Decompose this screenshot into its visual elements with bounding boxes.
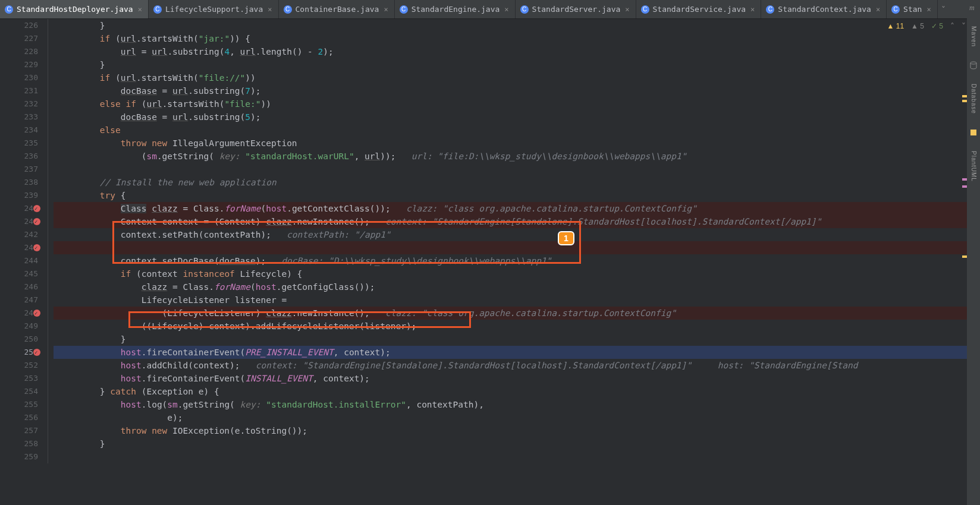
close-tab-icon[interactable]: × xyxy=(138,5,142,14)
tabs-overflow-icon[interactable]: ˅ xyxy=(938,0,949,18)
line-number[interactable]: 253 xyxy=(0,372,44,385)
line-number[interactable]: 245 xyxy=(0,267,44,280)
code-line[interactable]: if (url.startsWith("file://")) xyxy=(54,71,980,84)
code-line[interactable]: e); xyxy=(54,411,980,424)
line-number[interactable]: 235 xyxy=(0,137,44,150)
line-number[interactable]: 227 xyxy=(0,32,44,45)
fold-marker[interactable] xyxy=(44,254,54,267)
fold-marker[interactable] xyxy=(44,333,54,346)
line-number[interactable]: 252 xyxy=(0,359,44,372)
line-number[interactable]: 256 xyxy=(0,411,44,424)
code-area[interactable]: } if (url.startsWith("jar:")) { url = ur… xyxy=(54,19,980,505)
prev-highlight-icon[interactable]: ˄ xyxy=(950,21,954,31)
tool-maven[interactable]: Maven xyxy=(970,26,977,47)
close-tab-icon[interactable]: × xyxy=(926,5,931,14)
fold-marker[interactable] xyxy=(44,84,54,97)
close-tab-icon[interactable]: × xyxy=(876,5,880,14)
line-number[interactable]: 248 xyxy=(0,307,44,320)
line-number[interactable]: 254 xyxy=(0,385,44,398)
code-line[interactable]: (sm.getString( key: "standardHost.warURL… xyxy=(54,150,980,163)
tool-database[interactable]: Database xyxy=(970,84,977,114)
line-number[interactable]: 250 xyxy=(0,333,44,346)
line-number[interactable]: 236 xyxy=(0,150,44,163)
file-tab[interactable]: CStandardService.java× xyxy=(636,0,762,18)
close-tab-icon[interactable]: × xyxy=(268,5,272,14)
inspection-summary[interactable]: ▲ 11 ▲ 5 ✓ 5 ˄ ˅ xyxy=(887,21,966,31)
code-line[interactable]: throw new IllegalArgumentException xyxy=(54,137,980,150)
code-line[interactable]: } xyxy=(54,333,980,346)
line-number[interactable]: 234 xyxy=(0,124,44,137)
code-line[interactable]: throw new IOException(e.toString()); xyxy=(54,424,980,437)
fold-marker[interactable] xyxy=(44,215,54,228)
fold-marker[interactable] xyxy=(44,137,54,150)
line-number[interactable]: 242 xyxy=(0,228,44,241)
fold-marker[interactable] xyxy=(44,58,54,71)
line-number[interactable]: 239 xyxy=(0,189,44,202)
code-line[interactable]: (LifecycleListener) clazz.newInstance();… xyxy=(54,307,980,320)
code-line[interactable] xyxy=(54,241,980,254)
close-tab-icon[interactable]: × xyxy=(504,5,508,14)
error-stripe[interactable] xyxy=(962,185,967,188)
fold-marker[interactable] xyxy=(44,176,54,189)
file-tab[interactable]: CLifecycleSupport.java× xyxy=(149,0,279,18)
code-line[interactable]: } xyxy=(54,58,980,71)
code-line[interactable]: } xyxy=(54,19,980,32)
file-tab[interactable]: CStandardServer.java× xyxy=(516,0,636,18)
line-number[interactable]: 249 xyxy=(0,320,44,333)
fold-marker[interactable] xyxy=(44,320,54,333)
code-line[interactable]: } xyxy=(54,437,980,450)
line-number[interactable]: 232 xyxy=(0,97,44,111)
code-line[interactable] xyxy=(54,163,980,176)
fold-marker[interactable] xyxy=(44,359,54,372)
code-line[interactable]: // Install the new web application xyxy=(54,176,980,189)
next-highlight-icon[interactable]: ˅ xyxy=(962,21,966,31)
line-number[interactable]: 226 xyxy=(0,19,44,32)
error-stripe[interactable] xyxy=(962,100,967,102)
line-number[interactable]: 230 xyxy=(0,71,44,84)
line-number[interactable]: 244 xyxy=(0,254,44,267)
fold-marker[interactable] xyxy=(44,241,54,254)
fold-marker[interactable] xyxy=(44,163,54,176)
fold-marker[interactable] xyxy=(44,280,54,293)
fold-marker[interactable] xyxy=(44,45,54,58)
fold-marker[interactable] xyxy=(44,267,54,280)
database-icon[interactable] xyxy=(969,61,978,70)
fold-marker[interactable] xyxy=(44,437,54,450)
fold-marker[interactable] xyxy=(44,228,54,241)
code-line[interactable]: else if (url.startsWith("file:")) xyxy=(54,97,980,111)
line-number[interactable]: 246 xyxy=(0,280,44,293)
line-number[interactable]: 255 xyxy=(0,398,44,411)
fold-marker[interactable] xyxy=(44,398,54,411)
fold-marker[interactable] xyxy=(44,111,54,124)
code-line[interactable]: Class clazz = Class.forName(host.getCont… xyxy=(54,202,980,215)
plantuml-icon[interactable] xyxy=(969,128,978,137)
code-line[interactable]: Context context = (Context) clazz.newIns… xyxy=(54,215,980,228)
code-line[interactable]: try { xyxy=(54,189,980,202)
fold-marker[interactable] xyxy=(44,71,54,84)
fold-marker[interactable] xyxy=(44,411,54,424)
line-number[interactable]: 233 xyxy=(0,111,44,124)
line-number[interactable]: 258 xyxy=(0,437,44,450)
code-line[interactable]: url = url.substring(4, url.length() - 2)… xyxy=(54,45,980,58)
fold-marker[interactable] xyxy=(44,19,54,32)
fold-marker[interactable] xyxy=(44,293,54,307)
close-tab-icon[interactable]: × xyxy=(384,5,388,14)
code-line[interactable]: LifecycleListener listener = xyxy=(54,293,980,307)
tool-plantuml[interactable]: PlantUML xyxy=(970,151,977,182)
fold-marker[interactable] xyxy=(44,202,54,215)
line-number[interactable]: 251 xyxy=(0,346,44,359)
code-line[interactable]: host.log(sm.getString( key: "standardHos… xyxy=(54,398,980,411)
code-line[interactable]: if (url.startsWith("jar:")) { xyxy=(54,32,980,45)
code-line[interactable]: ((Lifecycle) context).addLifecycleListen… xyxy=(54,320,980,333)
file-tab[interactable]: CStandardContext.java× xyxy=(761,0,887,18)
line-number[interactable]: 237 xyxy=(0,163,44,176)
code-line[interactable]: host.fireContainerEvent(PRE_INSTALL_EVEN… xyxy=(54,346,980,359)
fold-marker[interactable] xyxy=(44,385,54,398)
code-line[interactable]: host.fireContainerEvent(INSTALL_EVENT, c… xyxy=(54,372,980,385)
fold-marker[interactable] xyxy=(44,189,54,202)
code-line[interactable]: docBase = url.substring(5); xyxy=(54,111,980,124)
line-number[interactable]: 229 xyxy=(0,58,44,71)
fold-marker[interactable] xyxy=(44,346,54,359)
fold-marker[interactable] xyxy=(44,124,54,137)
code-line[interactable]: docBase = url.substring(7); xyxy=(54,84,980,97)
